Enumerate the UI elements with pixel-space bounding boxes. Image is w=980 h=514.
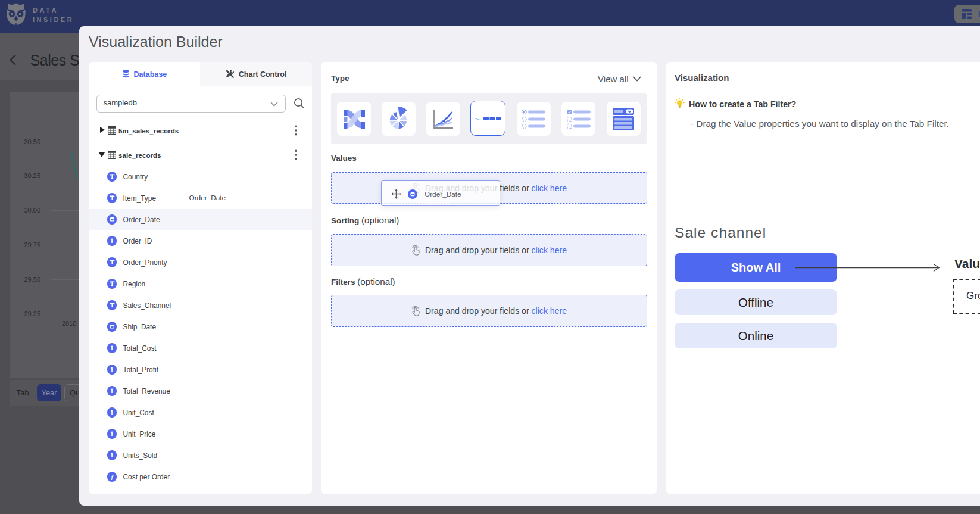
svg-text:Tab: Tab	[475, 117, 480, 120]
svg-text:f: f	[111, 474, 114, 480]
